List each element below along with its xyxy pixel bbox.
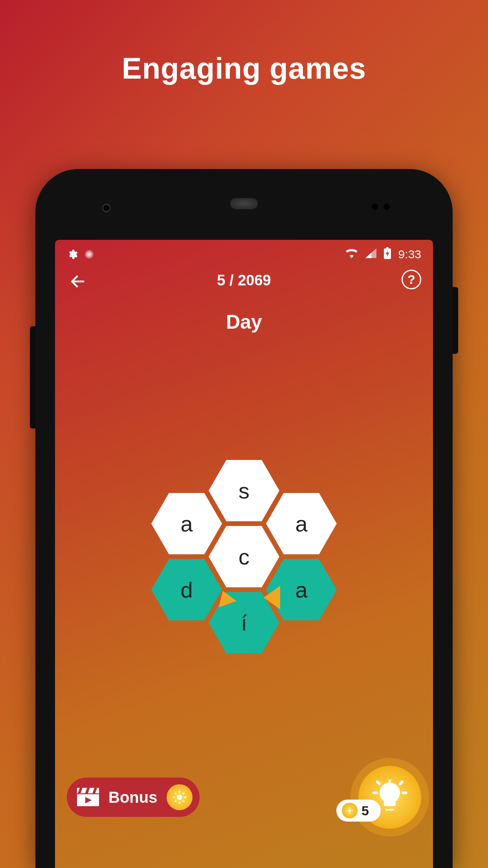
letter-hive: s a a c d [142, 460, 346, 672]
svg-line-21 [175, 800, 176, 802]
hex-letter: a [295, 511, 307, 537]
promo-heading: Engaging games [0, 51, 488, 85]
svg-line-18 [175, 793, 176, 794]
hint-counter: 5 [336, 800, 381, 822]
gear-icon [67, 249, 78, 260]
svg-line-31 [400, 782, 402, 784]
status-bar: 9:33 [55, 240, 433, 263]
hex-letter: d [180, 577, 193, 603]
earpiece [230, 198, 258, 209]
coin-icon [167, 784, 193, 810]
device-frame: 9:33 5 / 2069 ? Day s a [35, 169, 453, 868]
svg-point-13 [177, 794, 182, 800]
hex-letter: a [295, 577, 307, 603]
status-dot-icon [85, 250, 94, 259]
camera-dot [102, 204, 111, 212]
hex-letter: í [241, 610, 247, 636]
fold-accent [264, 586, 280, 609]
help-button[interactable]: ? [402, 270, 421, 289]
hex-letter: s [238, 478, 250, 504]
wifi-icon [345, 248, 358, 261]
bonus-button[interactable]: Bonus [67, 778, 200, 817]
mini-coin-icon [342, 803, 358, 818]
hint-count-value: 5 [361, 803, 369, 818]
progress-counter: 5 / 2069 [55, 272, 433, 289]
screen: 9:33 5 / 2069 ? Day s a [55, 240, 433, 868]
signal-icon [365, 248, 376, 261]
clapperboard-icon [77, 788, 99, 807]
hint-area: 5 [358, 766, 421, 829]
svg-line-30 [377, 782, 380, 784]
prompt-word: Day [55, 311, 433, 333]
svg-point-22 [349, 809, 351, 812]
battery-icon [383, 247, 391, 262]
hex-letter: a [180, 511, 193, 537]
hex-letter: c [238, 544, 250, 570]
bonus-label: Bonus [108, 789, 157, 806]
svg-line-20 [183, 793, 184, 794]
svg-line-19 [183, 800, 184, 802]
app-bar: 5 / 2069 ? [55, 263, 433, 299]
sensor-dots [372, 204, 390, 210]
status-time: 9:33 [398, 248, 421, 261]
